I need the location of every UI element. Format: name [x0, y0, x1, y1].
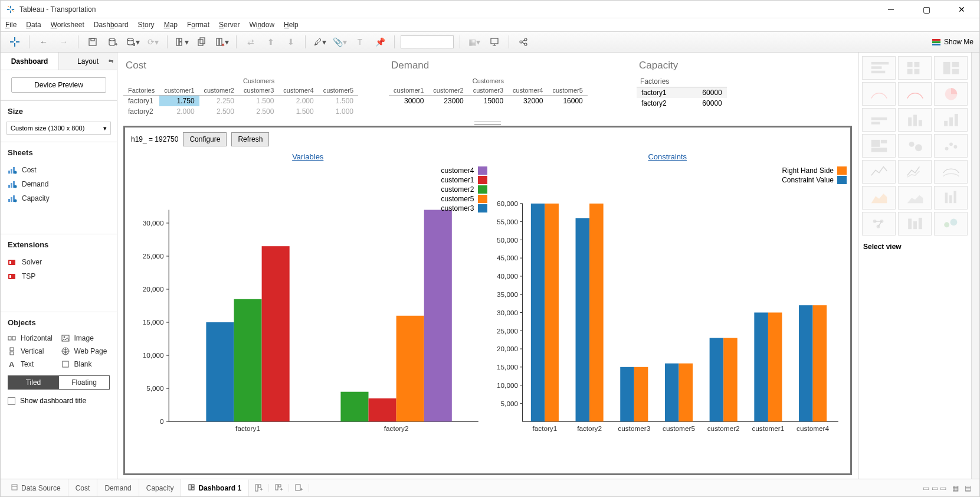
- maximize-button[interactable]: ▢: [915, 1, 938, 18]
- size-dropdown[interactable]: Custom size (1300 x 800)▾: [6, 122, 111, 135]
- viz-thumb-18[interactable]: [862, 212, 896, 236]
- attach-icon[interactable]: 📎▾: [332, 34, 348, 50]
- tableau-logo-icon[interactable]: [6, 34, 23, 50]
- sort-desc-icon[interactable]: ⬇: [283, 34, 299, 50]
- menu-dashboard[interactable]: Dashboard: [94, 21, 129, 29]
- svg-text:10,000: 10,000: [497, 381, 518, 389]
- menu-map[interactable]: Map: [164, 21, 178, 29]
- highlight-icon[interactable]: 🖊▾: [312, 34, 328, 50]
- sheet-cost[interactable]: Cost: [1, 164, 117, 176]
- tab-data-source[interactable]: Data Source: [4, 479, 68, 496]
- obj-horizontal[interactable]: Horizontal: [8, 334, 57, 342]
- viz-thumb-8[interactable]: [934, 108, 968, 132]
- viz-thumb-11[interactable]: [934, 134, 968, 158]
- viz-thumb-3[interactable]: [862, 82, 896, 106]
- clear-icon[interactable]: ▾: [214, 34, 230, 50]
- filmstrip-icon[interactable]: ▭ ▭ ▭: [923, 484, 946, 492]
- viz-thumb-2[interactable]: [934, 56, 968, 80]
- menu-format[interactable]: Format: [187, 21, 209, 29]
- obj-webpage[interactable]: Web Page: [61, 347, 110, 355]
- viz-thumb-0[interactable]: [862, 56, 896, 80]
- menu-data[interactable]: Data: [26, 21, 41, 29]
- share-icon[interactable]: [515, 34, 532, 50]
- menu-file[interactable]: File: [5, 21, 17, 29]
- pause-auto-update-icon[interactable]: ▾: [124, 34, 141, 50]
- menu-worksheet[interactable]: Worksheet: [51, 21, 84, 29]
- new-worksheet-tab-icon[interactable]: [249, 484, 269, 492]
- swap-icon[interactable]: ⇄: [242, 34, 259, 50]
- close-button[interactable]: ✕: [950, 1, 974, 18]
- viz-thumb-9[interactable]: [862, 134, 896, 158]
- viz-thumb-1[interactable]: [898, 56, 932, 80]
- svg-text:30,000: 30,000: [143, 219, 164, 227]
- svg-rect-128: [914, 62, 919, 67]
- duplicate-icon[interactable]: [194, 34, 210, 50]
- obj-vertical[interactable]: Vertical: [8, 347, 57, 355]
- svg-rect-7: [14, 43, 15, 47]
- viz-thumb-7[interactable]: [898, 108, 932, 132]
- forward-icon[interactable]: →: [55, 34, 72, 50]
- svg-rect-139: [918, 120, 922, 126]
- viz-thumb-5[interactable]: [934, 82, 968, 106]
- viz-thumb-14[interactable]: [934, 160, 968, 184]
- menu-server[interactable]: Server: [219, 21, 240, 29]
- obj-text[interactable]: AText: [8, 360, 57, 368]
- svg-rect-170: [258, 485, 261, 488]
- tile-mode-floating[interactable]: Floating: [59, 375, 110, 390]
- sort-asc-icon[interactable]: ⬆: [263, 34, 279, 50]
- menu-help[interactable]: Help: [284, 21, 299, 29]
- viz-thumb-17[interactable]: [934, 186, 968, 210]
- minimize-button[interactable]: ─: [879, 1, 903, 18]
- viz-thumb-10[interactable]: [898, 134, 932, 158]
- obj-blank[interactable]: Blank: [61, 360, 110, 368]
- obj-image[interactable]: Image: [61, 334, 110, 342]
- menu-window[interactable]: Window: [249, 21, 274, 29]
- viz-thumb-19[interactable]: [898, 212, 932, 236]
- sheet-demand[interactable]: Demand: [1, 178, 117, 190]
- extension-tsp[interactable]: TSP: [1, 270, 117, 282]
- side-tab-dashboard[interactable]: Dashboard: [1, 53, 58, 70]
- new-dashboard-tab-icon[interactable]: [269, 484, 289, 492]
- show-tabs-icon[interactable]: ▤: [965, 484, 971, 492]
- viz-thumb-13[interactable]: [898, 160, 932, 184]
- label-icon[interactable]: T: [352, 34, 368, 50]
- extension-solver[interactable]: Solver: [1, 256, 117, 268]
- refresh-icon[interactable]: ⟳▾: [145, 34, 161, 50]
- viz-thumb-12[interactable]: [862, 160, 896, 184]
- tile-mode-tiled[interactable]: Tiled: [8, 375, 59, 390]
- constraints-chart-title: Constraints: [491, 152, 845, 161]
- show-me-button[interactable]: Show Me: [932, 38, 974, 46]
- device-preview-button[interactable]: Device Preview: [11, 77, 106, 93]
- viz-thumb-20[interactable]: [934, 212, 968, 236]
- grid-view-icon[interactable]: ▦: [952, 484, 959, 492]
- svg-rect-109: [664, 364, 679, 421]
- new-story-tab-icon[interactable]: [289, 484, 309, 492]
- svg-text:15,000: 15,000: [143, 318, 164, 326]
- configure-button[interactable]: Configure: [183, 132, 227, 146]
- viz-thumb-6[interactable]: [862, 108, 896, 132]
- svg-rect-133: [952, 68, 959, 74]
- fit-dropdown[interactable]: [401, 35, 454, 48]
- new-worksheet-icon[interactable]: ▾: [173, 34, 190, 50]
- tab-demand[interactable]: Demand: [97, 479, 139, 496]
- side-tab-layout[interactable]: Layout⇆: [58, 53, 117, 70]
- tab-dashboard1[interactable]: Dashboard 1: [181, 479, 249, 496]
- viz-thumb-16[interactable]: [898, 186, 932, 210]
- pin-icon[interactable]: 📌: [372, 34, 388, 50]
- menu-story[interactable]: Story: [138, 21, 155, 29]
- save-icon[interactable]: [84, 34, 101, 50]
- viz-thumb-15[interactable]: [862, 186, 896, 210]
- variables-legend: customer4 customer1 customer2 customer5 …: [441, 166, 487, 214]
- new-data-source-icon[interactable]: [104, 34, 121, 50]
- vertical-scrollbar[interactable]: [971, 53, 979, 479]
- horizontal-splitter[interactable]: [474, 122, 501, 125]
- viz-thumb-4[interactable]: [898, 82, 932, 106]
- tab-capacity[interactable]: Capacity: [139, 479, 182, 496]
- back-icon[interactable]: ←: [35, 34, 52, 50]
- show-title-checkbox[interactable]: [8, 397, 15, 405]
- tab-cost[interactable]: Cost: [68, 479, 98, 496]
- cards-icon[interactable]: ▦▾: [466, 34, 483, 50]
- presentation-icon[interactable]: [486, 34, 503, 50]
- sheet-capacity[interactable]: Capacity: [1, 192, 117, 204]
- refresh-button[interactable]: Refresh: [231, 132, 269, 146]
